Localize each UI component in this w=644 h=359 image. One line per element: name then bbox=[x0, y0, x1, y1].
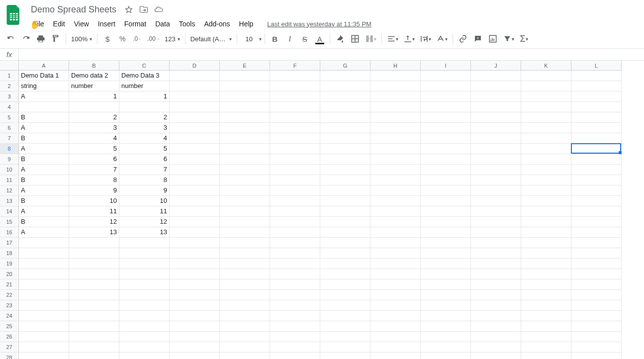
cell-C6[interactable]: 3 bbox=[119, 123, 170, 133]
cell-L27[interactable] bbox=[571, 342, 622, 353]
cell-H2[interactable] bbox=[370, 81, 421, 91]
cell-F15[interactable] bbox=[270, 217, 320, 227]
cell-I20[interactable] bbox=[421, 269, 471, 279]
cell-B21[interactable] bbox=[69, 279, 119, 290]
cell-G9[interactable] bbox=[320, 154, 370, 165]
cell-F13[interactable] bbox=[270, 196, 320, 206]
cell-J2[interactable] bbox=[471, 81, 521, 91]
cell-D20[interactable] bbox=[170, 269, 220, 279]
cell-B28[interactable] bbox=[69, 353, 119, 359]
cell-H9[interactable] bbox=[370, 154, 421, 165]
cell-D24[interactable] bbox=[170, 311, 220, 321]
row-header-8[interactable]: 8 bbox=[0, 144, 19, 154]
cell-J20[interactable] bbox=[471, 269, 521, 279]
italic-icon[interactable]: I bbox=[283, 32, 297, 46]
decrease-decimal-icon[interactable]: .0← bbox=[130, 32, 144, 46]
formula-input[interactable] bbox=[19, 49, 644, 60]
cell-A22[interactable] bbox=[19, 290, 69, 300]
row-header-1[interactable]: 1 bbox=[0, 71, 19, 81]
cell-B18[interactable] bbox=[69, 248, 119, 259]
strikethrough-icon[interactable]: S bbox=[298, 32, 312, 46]
cell-D28[interactable] bbox=[170, 353, 220, 359]
cell-G7[interactable] bbox=[320, 133, 370, 144]
cell-C20[interactable] bbox=[119, 269, 170, 279]
cell-G6[interactable] bbox=[320, 123, 370, 133]
cell-B24[interactable] bbox=[69, 311, 119, 321]
cell-L25[interactable] bbox=[571, 321, 622, 332]
cell-H22[interactable] bbox=[370, 290, 421, 300]
cell-H24[interactable] bbox=[370, 311, 421, 321]
cell-F12[interactable] bbox=[270, 185, 320, 196]
cell-F7[interactable] bbox=[270, 133, 320, 144]
row-header-11[interactable]: 11 bbox=[0, 175, 19, 185]
cell-J15[interactable] bbox=[471, 217, 521, 227]
cell-A7[interactable]: B bbox=[19, 133, 69, 144]
cell-G27[interactable] bbox=[320, 342, 370, 353]
cell-J17[interactable] bbox=[471, 238, 521, 248]
cell-G28[interactable] bbox=[320, 353, 370, 359]
cell-H4[interactable] bbox=[370, 102, 421, 112]
cell-E17[interactable] bbox=[220, 238, 270, 248]
cell-G3[interactable] bbox=[320, 91, 370, 102]
cell-A24[interactable] bbox=[19, 311, 69, 321]
cell-C21[interactable] bbox=[119, 279, 170, 290]
cell-D16[interactable] bbox=[170, 227, 220, 238]
cell-L19[interactable] bbox=[571, 259, 622, 269]
horizontal-align-icon[interactable]: ▾ bbox=[385, 32, 400, 46]
cell-I13[interactable] bbox=[421, 196, 471, 206]
cell-I14[interactable] bbox=[421, 206, 471, 217]
cell-B27[interactable] bbox=[69, 342, 119, 353]
cell-A27[interactable] bbox=[19, 342, 69, 353]
cell-K5[interactable] bbox=[521, 112, 571, 123]
cell-J11[interactable] bbox=[471, 175, 521, 185]
cell-F3[interactable] bbox=[270, 91, 320, 102]
fill-color-icon[interactable] bbox=[333, 32, 347, 46]
col-header-J[interactable]: J bbox=[471, 61, 521, 71]
row-header-2[interactable]: 2 bbox=[0, 81, 19, 91]
cell-C18[interactable] bbox=[119, 248, 170, 259]
col-header-E[interactable]: E bbox=[220, 61, 270, 71]
cell-E8[interactable] bbox=[220, 144, 270, 154]
menu-edit[interactable]: Edit bbox=[49, 18, 69, 30]
cell-K21[interactable] bbox=[521, 279, 571, 290]
cell-I21[interactable] bbox=[421, 279, 471, 290]
doc-title[interactable]: Demo Spread Sheets bbox=[29, 4, 118, 15]
cell-G4[interactable] bbox=[320, 102, 370, 112]
menu-format[interactable]: Format bbox=[120, 18, 150, 30]
row-header-9[interactable]: 9 bbox=[0, 154, 19, 165]
cell-I19[interactable] bbox=[421, 259, 471, 269]
cell-K8[interactable] bbox=[521, 144, 571, 154]
cell-G8[interactable] bbox=[320, 144, 370, 154]
cell-K11[interactable] bbox=[521, 175, 571, 185]
cell-H18[interactable] bbox=[370, 248, 421, 259]
cell-B7[interactable]: 4 bbox=[69, 133, 119, 144]
cell-J3[interactable] bbox=[471, 91, 521, 102]
cell-K12[interactable] bbox=[521, 185, 571, 196]
font-size-field[interactable]: 10 bbox=[240, 35, 258, 43]
cell-A2[interactable]: string bbox=[19, 81, 69, 91]
cell-L2[interactable] bbox=[571, 81, 622, 91]
cell-E28[interactable] bbox=[220, 353, 270, 359]
cell-G24[interactable] bbox=[320, 311, 370, 321]
cell-E23[interactable] bbox=[220, 300, 270, 311]
cell-C27[interactable] bbox=[119, 342, 170, 353]
row-header-23[interactable]: 23 bbox=[0, 300, 19, 311]
row-header-14[interactable]: 14 bbox=[0, 206, 19, 217]
cell-G21[interactable] bbox=[320, 279, 370, 290]
cell-D12[interactable] bbox=[170, 185, 220, 196]
row-header-4[interactable]: 4 bbox=[0, 102, 19, 112]
cell-B5[interactable]: 2 bbox=[69, 112, 119, 123]
cell-L5[interactable] bbox=[571, 112, 622, 123]
cell-D25[interactable] bbox=[170, 321, 220, 332]
cell-G17[interactable] bbox=[320, 238, 370, 248]
cell-A13[interactable]: B bbox=[19, 196, 69, 206]
cell-L8[interactable] bbox=[571, 144, 622, 154]
cell-E10[interactable] bbox=[220, 165, 270, 175]
undo-icon[interactable] bbox=[4, 32, 18, 46]
cell-G13[interactable] bbox=[320, 196, 370, 206]
cell-A4[interactable] bbox=[19, 102, 69, 112]
print-icon[interactable] bbox=[34, 32, 48, 46]
cell-E25[interactable] bbox=[220, 321, 270, 332]
cell-I22[interactable] bbox=[421, 290, 471, 300]
cell-D14[interactable] bbox=[170, 206, 220, 217]
